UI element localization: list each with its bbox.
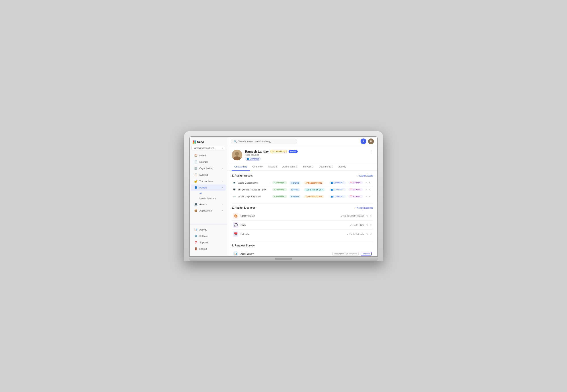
sidebar-item-people[interactable]: 👤 People ▾ — [191, 184, 226, 191]
asset-code2: F0T543031PG3KA — [303, 193, 328, 200]
assign-licences-button[interactable]: + Assign Licences — [355, 207, 373, 209]
person-name: Ramesh Landay — [245, 150, 269, 153]
sidebar-item-home[interactable]: 🏠 Home — [191, 153, 226, 159]
assets-table: 💻 Apple Macbook Pro ✓ Available AQ4LG6 — [232, 179, 373, 200]
sidebar-item-assets[interactable]: 💻 Assets ▾ — [191, 201, 226, 207]
sidebar-item-activity[interactable]: 📊 Activity — [191, 226, 226, 233]
asset-code2: APPLE039699405 — [303, 179, 328, 186]
edit-button[interactable]: ✎ — [365, 195, 367, 198]
owner-badge: Owner — [289, 150, 298, 153]
tab-agreements[interactable]: Agreements 3 — [280, 163, 300, 170]
logout-icon: 🚪 — [194, 247, 197, 251]
request-survey-header: 3. Request Survey — [232, 244, 373, 247]
subnav-item-all[interactable]: All — [191, 191, 226, 196]
request-survey-title: 3. Request Survey — [232, 244, 255, 247]
edit-button[interactable]: ✎ — [365, 188, 367, 191]
edit-button[interactable]: ✎ — [365, 182, 367, 184]
sidebar-item-transactions[interactable]: 🔐 Transactions ▾ — [191, 178, 226, 184]
asset-name: Apple Macbook Pro — [237, 179, 271, 186]
chevron-down-icon: ▾ — [222, 147, 223, 149]
delete-button[interactable]: ✕ — [369, 182, 371, 184]
list-item: 🎨 Creative Cloud ↗ Go to Creative Cloud … — [232, 211, 373, 221]
applications-icon: 📦 — [194, 209, 197, 212]
tab-onboarding[interactable]: Onboarding — [232, 163, 250, 170]
reports-icon: 📄 — [194, 160, 197, 164]
sidebar-item-label: Surveys — [199, 173, 208, 176]
section-divider — [232, 241, 373, 241]
sidebar-item-settings[interactable]: ⚙️ Settings — [191, 233, 226, 239]
content-area: 1. Assign Assets + Assign Assets 💻 Apple… — [227, 170, 377, 256]
table-row: 💻 Apple Macbook Pro ✓ Available AQ4LG6 — [232, 179, 373, 186]
asset-code1: KMN007 — [288, 193, 303, 200]
more-options-button[interactable]: ⋮ — [370, 150, 373, 154]
delete-button[interactable]: ✕ — [369, 195, 371, 198]
asset-dept: 👥 Comercial — [328, 186, 347, 193]
tab-activity[interactable]: Activity — [336, 163, 349, 170]
subnav-item-needs-attention[interactable]: Needs Attention — [191, 196, 226, 201]
asset-name: HP (Hewlett-Packard) - 24fw — [237, 186, 271, 193]
delete-button[interactable]: ✕ — [370, 233, 372, 236]
external-link-icon: ↗ — [350, 224, 352, 226]
remind-button[interactable]: Remind — [361, 252, 372, 256]
main-content: Ramesh Landay ⚠ Onboarding Owner Head of… — [227, 146, 377, 256]
logo: Setyl — [190, 139, 227, 146]
sidebar-item-reports[interactable]: 📄 Reports — [191, 159, 226, 165]
asset-dept: 👥 Comercial — [328, 179, 347, 186]
tab-documents[interactable]: Documents 0 — [316, 163, 336, 170]
go-to-slack-link[interactable]: ↗ Go to Slack — [350, 224, 364, 226]
survey-status: Requested - 28 Apr 2022 — [332, 252, 358, 256]
person-avatar — [232, 150, 242, 160]
list-item: 📊 Asset Survey Requested - 28 Apr 2022 R… — [232, 249, 373, 256]
subnav-label: All — [199, 192, 202, 195]
sidebar-item-logout[interactable]: 🚪 Logout — [191, 246, 226, 252]
setyl-logo-icon — [193, 140, 196, 144]
asset-location: 📍 Surbiton — [347, 186, 364, 193]
calendly-icon: 📅 — [233, 231, 238, 237]
department-badge: 👥 Comercial — [245, 157, 261, 161]
delete-button[interactable]: ✕ — [370, 215, 372, 217]
laptop-frame: Setyl Wertham Hogg Euro... ▾ 🏠 Home 📄 Re… — [184, 131, 383, 261]
chevron-down-icon: ▾ — [222, 168, 223, 169]
asset-status: ✓ Available — [271, 193, 289, 200]
search-bar: 🔍 — [231, 139, 297, 144]
edit-button[interactable]: ✎ — [366, 215, 368, 217]
tab-overview[interactable]: Overview — [250, 163, 265, 170]
sidebar-nav: 🏠 Home 📄 Reports 🏢 Organisation ▾ 📋 — [190, 152, 227, 224]
edit-button[interactable]: ✎ — [366, 233, 368, 236]
tab-assets[interactable]: Assets 3 — [265, 163, 280, 170]
available-badge: ✓ Available — [272, 195, 287, 198]
sidebar-item-applications[interactable]: 📦 Applications ▾ — [191, 208, 226, 214]
edit-button[interactable]: ✎ — [366, 224, 368, 226]
assign-assets-header: 1. Assign Assets + Assign Assets — [232, 174, 373, 177]
activity-icon: 📊 — [194, 228, 197, 231]
onboarding-badge: ⚠ Onboarding — [270, 150, 287, 153]
asset-icon: ⌨️ — [232, 193, 237, 200]
sidebar-item-support[interactable]: ❓ Support — [191, 239, 226, 246]
org-selector[interactable]: Wertham Hogg Euro... ▾ — [191, 146, 225, 150]
search-icon: 🔍 — [234, 140, 237, 143]
chevron-down-icon: ▾ — [222, 210, 223, 212]
header-actions: + RL — [360, 139, 374, 144]
app-layout: Setyl Wertham Hogg Euro... ▾ 🏠 Home 📄 Re… — [190, 137, 377, 256]
search-input[interactable] — [238, 140, 294, 143]
go-to-calendly-link[interactable]: ↗ Go to Calendly — [347, 233, 364, 235]
go-to-creative-cloud-link[interactable]: ↗ Go to Creative Cloud — [341, 215, 364, 217]
add-button[interactable]: + — [360, 139, 366, 144]
table-row: 🖥️ HP (Hewlett-Packard) - 24fw ✓ Availab… — [232, 186, 373, 193]
sidebar-item-label: Transactions — [199, 180, 213, 182]
delete-button[interactable]: ✕ — [370, 224, 372, 226]
tab-surveys[interactable]: Surveys 2 — [300, 163, 316, 170]
laptop-base — [189, 257, 378, 261]
available-badge: ✓ Available — [272, 188, 287, 191]
laptop-notch — [275, 258, 292, 260]
logo-text: Setyl — [197, 140, 204, 144]
delete-button[interactable]: ✕ — [369, 188, 371, 191]
chevron-down-icon: ▾ — [222, 203, 223, 205]
tabs: Onboarding Overview Assets 3 Agreements … — [227, 163, 377, 170]
list-item: 💬 Slack ↗ Go to Slack ✎ ✕ — [232, 221, 373, 230]
sidebar-item-surveys[interactable]: 📋 Surveys — [191, 172, 226, 178]
sidebar-item-organisation[interactable]: 🏢 Organisation ▾ — [191, 165, 226, 171]
avatar[interactable]: RL — [368, 139, 374, 144]
sidebar-bottom: 📊 Activity ⚙️ Settings ❓ Support 🚪 Logou… — [190, 224, 227, 254]
assign-assets-button[interactable]: + Assign Assets — [358, 175, 373, 177]
